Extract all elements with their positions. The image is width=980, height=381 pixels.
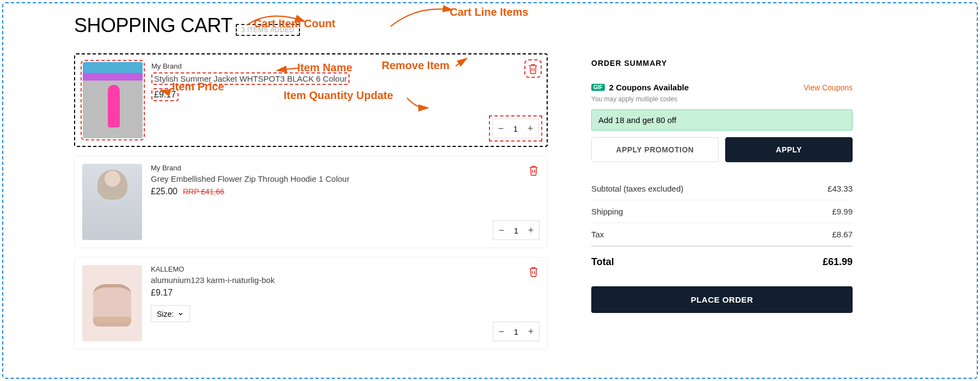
page-title: SHOPPING CART (74, 14, 232, 37)
shipping-label: Shipping (591, 207, 623, 216)
qty-decrease-button[interactable]: − (493, 221, 510, 239)
cart-item: KALLEMO alumunium123 karm-i-naturlig-bok… (74, 257, 548, 349)
size-select[interactable]: Size: ⌄ (151, 305, 190, 322)
cart-item-count-badge: 3 ITEMS ADDED (236, 24, 300, 36)
order-summary: ORDER SUMMARY GIF 2 Coupons Available Vi… (591, 53, 863, 358)
qty-value: 1 (510, 226, 523, 235)
coupon-badge: GIF (591, 84, 605, 91)
product-price: £9.17 (151, 88, 179, 101)
product-name[interactable]: Grey Embellished Flower Zip Through Hood… (151, 174, 538, 183)
coupons-available-text: 2 Coupons Available (609, 83, 689, 92)
qty-decrease-button[interactable]: − (493, 322, 510, 341)
product-name[interactable]: alumunium123 karm-i-naturlig-bok (151, 275, 538, 285)
product-price: £25.00 (151, 187, 177, 196)
quantity-stepper[interactable]: − 1 + (493, 322, 540, 341)
product-thumbnail[interactable] (82, 164, 142, 240)
total-label: Total (591, 256, 614, 268)
summary-title: ORDER SUMMARY (591, 59, 853, 67)
subtotal-value: £43.33 (828, 184, 853, 193)
apply-promotion-button[interactable]: APPLY PROMOTION (591, 137, 719, 162)
remove-item-button[interactable] (528, 265, 540, 278)
quantity-stepper[interactable]: − 1 + (493, 220, 540, 240)
view-coupons-link[interactable]: View Coupons (804, 83, 853, 92)
product-thumbnail[interactable] (83, 62, 143, 138)
trash-icon (528, 265, 540, 278)
size-label: Size: (157, 310, 174, 318)
product-price: £9.17 (151, 288, 173, 298)
remove-item-button[interactable] (528, 164, 540, 177)
tax-value: £8.67 (832, 230, 853, 239)
remove-item-button[interactable] (527, 62, 539, 75)
product-brand: My Brand (151, 62, 538, 70)
product-brand: My Brand (151, 164, 538, 172)
product-thumbnail[interactable] (82, 265, 142, 341)
chevron-down-icon: ⌄ (177, 307, 184, 317)
total-value: £61.99 (823, 256, 853, 268)
qty-value: 1 (510, 327, 523, 336)
trash-icon (528, 164, 540, 177)
promo-banner: Add 18 and get 80 off (591, 109, 853, 131)
place-order-button[interactable]: PLACE ORDER (591, 286, 853, 313)
apply-button[interactable]: APPLY (725, 137, 853, 162)
trash-icon (527, 62, 539, 75)
cart-item: My Brand Grey Embellished Flower Zip Thr… (74, 156, 548, 248)
shipping-value: £9.99 (832, 207, 853, 216)
qty-decrease-button[interactable]: − (493, 119, 509, 138)
product-rrp: RRP £41.66 (183, 187, 224, 196)
coupon-hint: You may apply mutliple codes (591, 95, 853, 103)
product-brand: KALLEMO (151, 265, 538, 273)
subtotal-label: Subtotal (taxes excluded) (591, 184, 683, 193)
product-name[interactable]: Stylish Summer Jacket WHTSPOT3 BLACK 6 C… (151, 72, 350, 85)
qty-increase-button[interactable]: + (522, 119, 538, 138)
cart-line-items: My Brand Stylish Summer Jacket WHTSPOT3 … (74, 53, 548, 358)
qty-increase-button[interactable]: + (523, 221, 539, 239)
quantity-stepper[interactable]: − 1 + (492, 119, 539, 138)
qty-increase-button[interactable]: + (523, 322, 539, 341)
qty-value: 1 (509, 124, 522, 133)
tax-label: Tax (591, 230, 604, 239)
cart-item: My Brand Stylish Summer Jacket WHTSPOT3 … (74, 53, 548, 147)
